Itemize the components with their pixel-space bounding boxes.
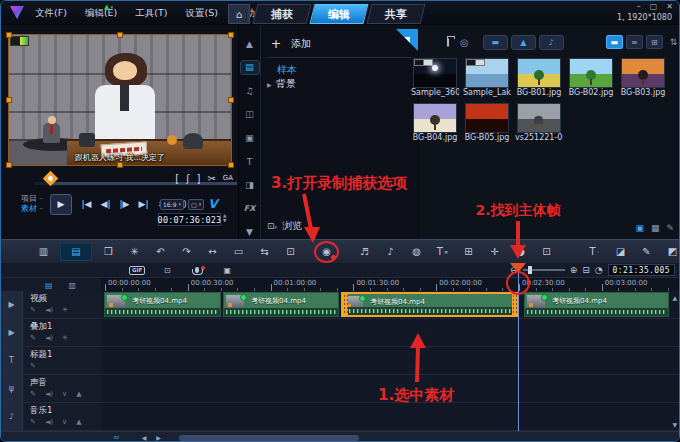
selection-handle[interactable]	[117, 162, 123, 168]
overlay-icon[interactable]: ◨	[241, 178, 259, 192]
duck-icon[interactable]: ∨	[62, 418, 67, 426]
filter-photo-icon[interactable]: ▲	[511, 35, 536, 50]
photo-icon[interactable]: ▣	[241, 131, 259, 145]
voiceover-icon[interactable]	[189, 264, 205, 276]
expand-caret-icon[interactable]: ▶	[267, 81, 272, 88]
track-manager-icon[interactable]: ▤	[45, 281, 53, 290]
selection-handle[interactable]	[6, 32, 12, 38]
duration-icon[interactable]: ◔	[595, 265, 603, 275]
subtitle-editor-icon[interactable]: T≡	[434, 244, 451, 260]
scroll-down-icon[interactable]: ▼	[241, 226, 259, 240]
maximize-button[interactable]: ▢	[650, 2, 658, 11]
enlarge-preview-button[interactable]: ▢	[188, 199, 204, 210]
mark-in-icon[interactable]: [	[175, 173, 179, 184]
media-item[interactable]: Sample_Lak...	[463, 59, 511, 97]
preview-timecode[interactable]: 00:07:36:023	[158, 213, 221, 226]
library-options-icon[interactable]: ◎	[460, 37, 469, 48]
timeline-zoom-slider[interactable]	[523, 269, 565, 271]
fit-timeline-icon[interactable]: ⊟	[582, 265, 590, 275]
timecode-spinner[interactable]: ▲▼	[223, 213, 226, 223]
sort-icon[interactable]: ⇅	[670, 37, 678, 47]
effects-icon[interactable]: FX	[241, 202, 259, 216]
selection-handle[interactable]	[228, 97, 234, 103]
multicam-icon[interactable]: ⊡	[538, 244, 555, 260]
media-library-icon[interactable]: ▤	[241, 61, 259, 75]
freeze-track-icon[interactable]: ✳	[62, 306, 68, 314]
scroll-left-arrow[interactable]: ◀	[142, 434, 147, 441]
preview-video[interactable]: 跟机器人练习 我...决定了	[9, 35, 231, 165]
media-item[interactable]: BG-B04.jpg	[411, 104, 459, 142]
track-type-icon[interactable]: ♪	[1, 403, 23, 430]
edit-track-icon[interactable]: ✎	[30, 418, 36, 426]
media-item[interactable]: BG-B02.jpg	[567, 59, 615, 97]
fit-project-icon[interactable]: ▭	[230, 244, 247, 260]
library-panel-icon[interactable]: ▦	[651, 223, 660, 233]
redo-icon[interactable]: ↷	[178, 244, 195, 260]
media-thumbnail[interactable]	[518, 59, 560, 87]
zoom-in-icon[interactable]: ⊕	[570, 265, 578, 275]
track-type-icon[interactable]: ψ	[1, 375, 23, 402]
panel-pin-icon[interactable]	[396, 29, 418, 51]
ripple-edit-icon[interactable]: ⊡	[282, 244, 299, 260]
tab-共享[interactable]: 共享	[367, 4, 426, 24]
record-capture-icon[interactable]: ◉	[318, 244, 335, 260]
media-item[interactable]: BG-B05.jpg	[463, 104, 511, 142]
customize-toolbar-icon[interactable]: ✳	[126, 244, 143, 260]
split-clip-icon[interactable]: ✂	[207, 173, 215, 184]
graphics-icon[interactable]: ◪	[612, 244, 629, 260]
media-item[interactable]: BG-B03.jpg	[619, 59, 667, 97]
painting-creator-icon[interactable]: ✎	[638, 244, 655, 260]
nav-item-samples[interactable]: 样本	[277, 63, 297, 77]
color-grading-icon[interactable]: ◩	[664, 244, 680, 260]
menu-item-0[interactable]: 文件(F)	[35, 7, 67, 20]
add-folder-row[interactable]: + 添加	[271, 37, 311, 51]
scroll-down-arrow[interactable]: ▼	[672, 421, 677, 428]
media-thumbnail[interactable]	[518, 104, 560, 132]
browse-row[interactable]: ⊡ 浏览	[267, 219, 302, 233]
filter-audio-icon[interactable]: ♪	[539, 35, 564, 50]
next-frame-button[interactable]: |▶	[117, 199, 132, 209]
media-item[interactable]: vs251221-00...	[515, 104, 563, 142]
media-thumbnail[interactable]	[414, 104, 456, 132]
media-item[interactable]: BG-B01.jpg	[515, 59, 563, 97]
timeline-view-icon[interactable]: ▤	[61, 244, 91, 260]
mute-track-icon[interactable]: ◄)	[45, 390, 53, 398]
mark-out-icon[interactable]: ]	[196, 173, 200, 184]
view-grid-icon[interactable]: ⊞	[646, 35, 663, 49]
stop-motion-icon[interactable]: ▣	[219, 264, 235, 276]
media-thumbnail[interactable]	[466, 104, 508, 132]
scroll-up-arrow[interactable]: ▲	[672, 294, 677, 301]
edit-track-icon[interactable]: ✎	[30, 334, 36, 342]
selection-handle[interactable]	[228, 32, 234, 38]
trim-icon[interactable]: ʃ	[186, 173, 189, 184]
edit-note-icon[interactable]: ✎	[666, 223, 674, 233]
screen-capture-icon[interactable]: ⊡	[159, 264, 175, 276]
timeline-playhead-marker[interactable]	[510, 263, 526, 273]
media-thumbnail[interactable]	[414, 59, 456, 87]
edit-track-icon[interactable]: ✎	[30, 390, 36, 398]
auto-music-icon[interactable]: ♪	[382, 244, 399, 260]
split-icon[interactable]: ⇆	[256, 244, 273, 260]
selection-handle[interactable]	[6, 97, 12, 103]
selection-handle[interactable]	[6, 162, 12, 168]
media-thumbnail[interactable]	[466, 59, 508, 87]
edit-track-icon[interactable]: ✎	[30, 306, 36, 314]
prev-frame-button[interactable]: ◀|	[98, 199, 113, 209]
track-lane-video[interactable]: 考研视频04.mp4考研视频04.mp4考研视频04.mp4考研视频04.mp4	[101, 291, 680, 319]
track-type-icon[interactable]: ▶	[1, 291, 23, 318]
audio-icon[interactable]: ♫	[241, 84, 259, 98]
timeline-clip[interactable]: 考研视频04.mp4	[104, 292, 221, 317]
filter-video-icon[interactable]: ▬	[483, 35, 508, 50]
project-mode-label[interactable]: 项目	[21, 194, 43, 204]
fade-icon[interactable]: ▲	[76, 390, 81, 398]
track-lane-video[interactable]	[101, 319, 680, 347]
copy-icon[interactable]: ❒	[100, 244, 117, 260]
motion-tracking-icon[interactable]: ✛	[486, 244, 503, 260]
menu-item-3[interactable]: 设置(S)	[186, 7, 218, 20]
end-button[interactable]: ▶|	[136, 199, 151, 209]
track-lane-title[interactable]	[101, 347, 680, 375]
track-list-icon[interactable]: ▥	[69, 281, 77, 290]
title-icon[interactable]: T	[241, 155, 259, 169]
split-screen-icon[interactable]: ⊞	[460, 244, 477, 260]
timeline-clip[interactable]: 考研视频04.mp4	[341, 292, 519, 317]
